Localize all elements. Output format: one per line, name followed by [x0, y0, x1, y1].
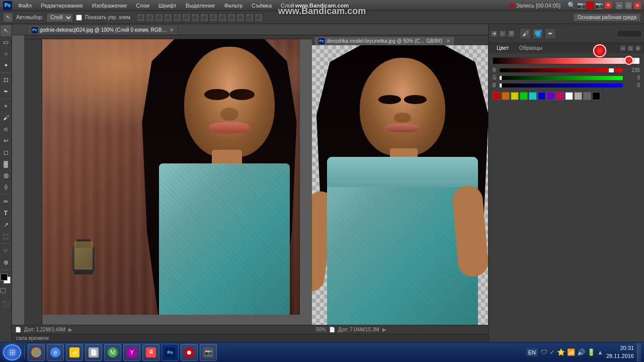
canvas2-page-icon[interactable]: 📄: [329, 327, 335, 332]
doc1-tab[interactable]: Ps godnie-dekoracji024.jpg @ 100% (Слой …: [27, 25, 178, 35]
menu-select[interactable]: Выделение: [183, 2, 218, 10]
record-stop-icon[interactable]: [587, 2, 594, 9]
clone-stamp-btn[interactable]: ⎋: [1, 124, 12, 135]
distribute-icon[interactable]: ⬛: [191, 14, 199, 22]
move-tool-btn[interactable]: ↖: [1, 25, 12, 36]
taskbar-browser-btn[interactable]: 🌐: [28, 344, 45, 361]
pen-btn[interactable]: ✏: [1, 196, 12, 207]
path-selection-btn[interactable]: ↗: [1, 219, 12, 230]
b-slider-thumb[interactable]: [500, 83, 502, 87]
taskbar-ie-btn[interactable]: e: [47, 344, 64, 361]
brush-btn[interactable]: 🖌: [1, 112, 12, 123]
search-icon[interactable]: 🔍: [568, 2, 576, 9]
distribute3-icon[interactable]: ⬛: [209, 14, 217, 22]
r-slider-thumb[interactable]: [608, 68, 614, 72]
window-maximize-button[interactable]: □: [625, 2, 632, 9]
start-button[interactable]: ⊞: [3, 344, 21, 360]
menu-layers[interactable]: Слои: [133, 2, 152, 10]
rectangular-select-btn[interactable]: ▭: [1, 37, 12, 48]
canvas1-page-icon[interactable]: 📄: [15, 327, 21, 332]
layer-select-dropdown[interactable]: Слой: [46, 13, 73, 22]
tray-network-icon[interactable]: 📶: [567, 348, 575, 356]
taskbar-camera-btn[interactable]: 📷: [200, 344, 217, 361]
tray-more-icon[interactable]: ▲: [597, 349, 603, 356]
panel-minimize-icon[interactable]: ─: [620, 45, 626, 51]
window-close-button[interactable]: ✕: [605, 2, 612, 9]
distribute7-icon[interactable]: ⬛: [246, 14, 254, 22]
collapse-btn2[interactable]: ▷: [499, 30, 506, 37]
view-mode-btn[interactable]: ⬛: [1, 299, 12, 310]
taskbar-yahoo-btn[interactable]: Y: [123, 344, 140, 361]
swatch-pink[interactable]: [556, 92, 564, 100]
window-close-button2[interactable]: ✕: [634, 2, 641, 9]
taskbar-clock[interactable]: 20:31 28.11.2016: [606, 344, 634, 360]
distribute2-icon[interactable]: ⬛: [200, 14, 208, 22]
align-center-icon[interactable]: ⬛: [146, 14, 154, 22]
distribute8-icon[interactable]: ⬛: [255, 14, 263, 22]
swatch-black[interactable]: [592, 92, 600, 100]
doc2-tab[interactable]: Ps devushka-model-bryunetka.jpg @ 50% (С…: [314, 36, 455, 45]
blur-btn[interactable]: ◍: [1, 170, 12, 181]
magic-wand-btn[interactable]: ✦: [1, 60, 12, 71]
main-color-thumb[interactable]: [624, 56, 633, 65]
menu-layer2[interactable]: Слой: [278, 2, 297, 10]
foreground-color-swatch[interactable]: [1, 274, 8, 281]
tray-shield-icon[interactable]: 🛡: [541, 348, 547, 356]
show-controls-checkbox[interactable]: [76, 15, 82, 21]
camera-icon[interactable]: 📷: [595, 2, 603, 9]
healing-brush-btn[interactable]: ⌖: [1, 101, 12, 112]
tray-check-icon[interactable]: ✓: [549, 348, 555, 356]
distribute4-icon[interactable]: ⬛: [218, 14, 226, 22]
taskbar-doc-btn[interactable]: 📄: [85, 344, 102, 361]
menu-image[interactable]: Изображение: [89, 2, 130, 10]
color-input-box[interactable]: [617, 30, 642, 37]
quick-mask-icon[interactable]: [1, 288, 6, 293]
menu-file[interactable]: Файл: [15, 2, 35, 10]
align-bottom-icon[interactable]: ⬛: [182, 14, 190, 22]
tray-volume-icon[interactable]: 🔊: [577, 348, 585, 356]
window-minimize-button[interactable]: ─: [616, 2, 623, 9]
collapse-btn1[interactable]: ◀: [491, 30, 498, 37]
menu-capture[interactable]: Съёмка: [249, 2, 275, 10]
type-btn[interactable]: T: [1, 208, 12, 219]
fg-bg-colors[interactable]: [1, 274, 12, 287]
zoom-btn[interactable]: ⊕: [1, 257, 12, 268]
doc2-tab-close[interactable]: ✕: [446, 38, 450, 44]
swatch-lightgray[interactable]: [574, 92, 582, 100]
tray-star-icon[interactable]: ⭐: [557, 348, 565, 356]
workspace-label[interactable]: Основная рабочая среда: [573, 13, 641, 22]
taskbar-files-btn[interactable]: 📁: [66, 344, 83, 361]
swatch-yellow[interactable]: [511, 92, 519, 100]
tray-battery-icon[interactable]: 🔋: [587, 348, 595, 356]
align-top-icon[interactable]: ⬛: [164, 14, 172, 22]
taskbar-yandex-btn[interactable]: Я: [142, 344, 159, 361]
doc1-tab-close[interactable]: ✕: [170, 27, 174, 33]
g-slider-thumb[interactable]: [500, 76, 502, 80]
canvas1-arrow-icon[interactable]: ▶: [68, 327, 72, 332]
align-left-icon[interactable]: ⬛: [137, 14, 145, 22]
swatch-red[interactable]: [493, 92, 501, 100]
collapse-btn3[interactable]: ☰: [508, 30, 515, 37]
g-slider[interactable]: [500, 76, 623, 80]
move-tool-options-icon[interactable]: ↖: [3, 13, 13, 23]
taskbar-record-btn[interactable]: ⏺: [181, 344, 198, 361]
taskbar-language[interactable]: EN: [526, 348, 538, 356]
gradient-btn[interactable]: ▓: [1, 158, 12, 169]
distribute6-icon[interactable]: ⬛: [236, 14, 245, 22]
taskbar-ps-btn[interactable]: Ps: [162, 344, 179, 361]
shape-btn[interactable]: ⬚: [1, 231, 12, 242]
panel-brush-icon[interactable]: 🖌: [520, 28, 531, 39]
align-right-icon[interactable]: ⬛: [155, 14, 163, 22]
show-desktop-btn[interactable]: [637, 343, 641, 361]
lasso-btn[interactable]: ○: [1, 48, 12, 59]
distribute5-icon[interactable]: ⬛: [227, 14, 235, 22]
panel-maximize-icon[interactable]: □: [627, 45, 633, 51]
swatch-gray[interactable]: [583, 92, 591, 100]
crop-btn[interactable]: ⊡: [1, 74, 12, 85]
panel-bucket-icon[interactable]: 🪣: [532, 28, 543, 39]
taskbar-mail-btn[interactable]: M: [104, 344, 121, 361]
swatch-green[interactable]: [520, 92, 528, 100]
r-slider[interactable]: [500, 68, 623, 72]
hand-btn[interactable]: ☞: [1, 245, 12, 256]
samples-tab[interactable]: Образцы: [514, 44, 547, 53]
